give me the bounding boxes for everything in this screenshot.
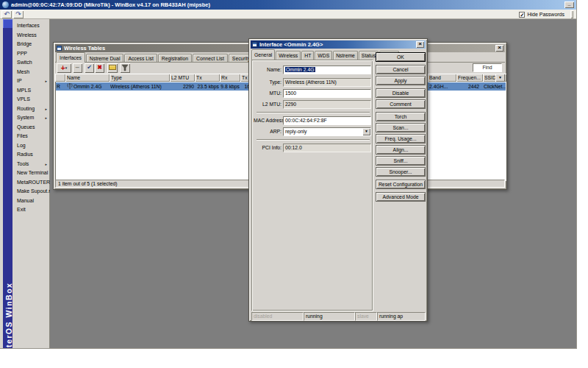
- sidebar-item-interfaces[interactable]: Interfaces: [12, 21, 49, 31]
- sidebar-item-routing[interactable]: Routing▸: [12, 105, 49, 114]
- hide-passwords-toggle[interactable]: ✓ Hide Passwords: [519, 11, 564, 18]
- submenu-arrow-icon: ▸: [45, 113, 47, 123]
- sidebar-item-manual[interactable]: Manual: [12, 197, 49, 206]
- add-interface-button[interactable]: +▾: [57, 63, 71, 73]
- sidebar-item-ip[interactable]: IP▸: [12, 77, 49, 86]
- sidebar-item-switch[interactable]: Switch: [12, 58, 49, 68]
- freq-usage-button[interactable]: Freq. Usage...: [376, 134, 426, 144]
- sidebar-item-label: Queues: [17, 124, 35, 130]
- sidebar-item-log[interactable]: Log: [12, 141, 49, 151]
- checkbox-checked-icon[interactable]: ✓: [519, 12, 525, 18]
- app-titlebar[interactable]: admin@00:0C:42:7A:09:DD (MikroTik) - Win…: [0, 0, 576, 10]
- table-header-flags[interactable]: [55, 74, 65, 82]
- cancel-button[interactable]: Cancel: [376, 65, 426, 74]
- sidebar-item-make-supout[interactable]: Make Supout.rif: [12, 187, 49, 197]
- sidebar-item-mpls[interactable]: MPLS: [12, 86, 49, 96]
- table-header-rx[interactable]: Rx: [220, 74, 240, 82]
- sidebar-item-new-terminal[interactable]: New Terminal: [12, 169, 49, 178]
- torch-button[interactable]: Torch: [376, 112, 426, 121]
- tab-general[interactable]: General: [251, 49, 275, 60]
- submenu-arrow-icon: ▸: [45, 105, 47, 114]
- minimize-button[interactable]: _: [564, 1, 574, 8]
- sidebar-item-label: VPLS: [17, 96, 30, 102]
- tab-nstreme[interactable]: Nstreme: [333, 51, 358, 60]
- tab-wireless[interactable]: Wireless: [276, 51, 301, 60]
- sidebar-item-label: Wireless: [17, 32, 37, 38]
- sidebar-item-files[interactable]: Files: [12, 132, 49, 141]
- filter-button[interactable]: [120, 63, 130, 73]
- wireless-antenna-icon: [66, 82, 74, 90]
- table-header-tx[interactable]: Tx: [195, 74, 220, 82]
- snooper-button[interactable]: Snooper...: [376, 167, 426, 177]
- name-label: Name:: [254, 66, 282, 74]
- column-select-button[interactable]: ▼: [495, 74, 505, 82]
- remove-interface-button[interactable]: −: [73, 63, 82, 73]
- row-ssid: ClickNet...: [484, 82, 506, 91]
- disable-interface-button[interactable]: ✖: [95, 63, 104, 73]
- ok-button[interactable]: OK: [376, 52, 426, 62]
- apply-button[interactable]: Apply: [376, 76, 426, 85]
- l2mtu-label: L2 MTU:: [254, 100, 282, 109]
- table-header-name[interactable]: Name: [65, 74, 110, 82]
- close-icon[interactable]: ×: [495, 45, 503, 52]
- sidebar-item-label: MPLS: [17, 88, 31, 93]
- close-icon[interactable]: ×: [416, 41, 424, 48]
- selected-text: Ommin 2.4G: [285, 67, 315, 72]
- mtu-label: MTU:: [254, 89, 282, 98]
- sidebar-item-exit[interactable]: Exit: [12, 205, 49, 215]
- name-field[interactable]: Ommin 2.4G: [283, 66, 371, 74]
- dropdown-arrow-button[interactable]: ▼: [362, 128, 370, 135]
- sidebar-item-metarouter[interactable]: MetaROUTER: [12, 178, 49, 188]
- reset-configuration-button[interactable]: Reset Configuration: [376, 180, 426, 189]
- sidebar-item-radius[interactable]: Radius: [12, 150, 49, 160]
- row-type: Wireless (Atheros 11N): [110, 82, 171, 91]
- sidebar-item-queues[interactable]: Queues: [12, 123, 49, 132]
- table-header-type[interactable]: Type: [110, 74, 170, 82]
- sidebar-item-bridge[interactable]: Bridge: [12, 40, 49, 49]
- comment-button[interactable]: [107, 63, 118, 73]
- interface-dialog: Interface <Ommin 2.4G> × General Wireles…: [248, 38, 428, 322]
- tab-interfaces[interactable]: Interfaces: [56, 52, 85, 63]
- enable-check-icon: ✔: [87, 64, 92, 71]
- app-toolbar: ↶ ↷ ✓ Hide Passwords: [0, 10, 576, 19]
- sniff-button[interactable]: Sniff...: [376, 156, 426, 166]
- scan-button[interactable]: Scan...: [376, 123, 426, 132]
- disable-button[interactable]: Disable: [376, 88, 426, 98]
- comment-button[interactable]: Comment: [376, 99, 426, 109]
- row-band: 2.4GH...: [429, 82, 457, 91]
- sidebar-item-tools[interactable]: Tools▸: [12, 160, 49, 169]
- disable-cross-icon: ✖: [97, 64, 102, 71]
- sidebar-item-ppp[interactable]: PPP: [12, 49, 49, 59]
- table-header-l2mtu[interactable]: L2 MTU: [170, 74, 195, 82]
- minus-icon: −: [76, 63, 80, 71]
- sidebar-item-label: Files: [17, 133, 28, 138]
- mac-address-field[interactable]: 00:0C:42:64:F2:8F: [283, 116, 371, 125]
- winbox-main-window: admin@00:0C:42:7A:09:DD (MikroTik) - Win…: [0, 0, 577, 349]
- sidebar-item-wireless[interactable]: Wireless: [12, 31, 49, 40]
- separator: [257, 139, 370, 141]
- find-box[interactable]: Find: [473, 63, 502, 72]
- separator: [257, 112, 370, 113]
- undo-button[interactable]: ↶: [1, 10, 12, 18]
- sidebar-item-vpls[interactable]: VPLS: [12, 95, 49, 105]
- sidebar-item-label: New Terminal: [17, 170, 48, 175]
- general-tab-panel: Name: Ommin 2.4G Type: Wireless (Atheros…: [251, 60, 373, 311]
- enable-interface-button[interactable]: ✔: [85, 63, 94, 73]
- align-button[interactable]: Align...: [376, 145, 426, 155]
- mtu-field[interactable]: 1500: [283, 89, 371, 98]
- arp-dropdown[interactable]: reply-only▼: [283, 127, 371, 136]
- sidebar-item-label: Make Supout.rif: [17, 188, 53, 194]
- redo-button[interactable]: ↷: [13, 10, 24, 18]
- brand-logo-square: [3, 19, 12, 28]
- funnel-icon: [121, 64, 129, 71]
- interface-dialog-titlebar[interactable]: Interface <Ommin 2.4G> ×: [251, 40, 426, 49]
- tab-ht[interactable]: HT: [301, 51, 314, 60]
- advanced-mode-button[interactable]: Advanced Mode: [376, 192, 426, 202]
- sidebar-item-label: Manual: [17, 198, 34, 203]
- tab-wds[interactable]: WDS: [315, 51, 332, 60]
- sidebar-item-system[interactable]: System▸: [12, 113, 49, 123]
- sidebar-item-mesh[interactable]: Mesh: [12, 68, 49, 77]
- submenu-arrow-icon: ▸: [45, 160, 47, 169]
- table-header-frequency[interactable]: Frequen...: [456, 74, 483, 82]
- table-header-band[interactable]: Band: [428, 74, 456, 82]
